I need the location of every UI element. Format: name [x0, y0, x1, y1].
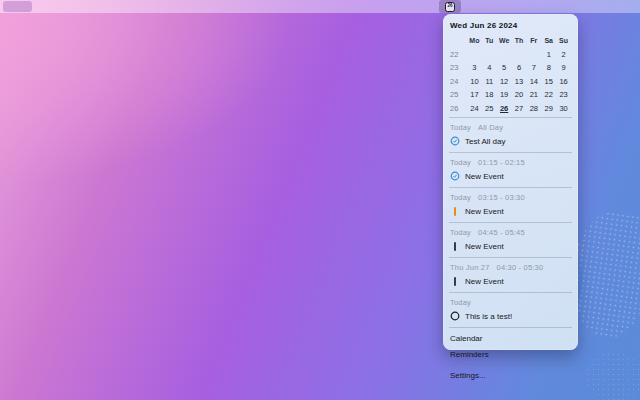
date-cell[interactable]: 15	[541, 75, 556, 89]
empty-date-cell	[482, 48, 497, 62]
date-cell[interactable]: 24	[467, 102, 482, 116]
event-title: This is a test!	[465, 312, 512, 321]
event-time-label: 03:15 - 03:30	[478, 193, 525, 202]
event-group[interactable]: Today01:15 - 02:15New Event	[443, 155, 578, 185]
event-date-label: Today	[450, 158, 471, 167]
date-cell[interactable]: 20	[512, 88, 527, 102]
event-group[interactable]: TodayAll DayTest All day	[443, 120, 578, 150]
date-cell[interactable]: 23	[556, 88, 571, 102]
divider	[449, 327, 572, 328]
date-cell[interactable]: 30	[556, 102, 571, 116]
event-group[interactable]: Today03:15 - 03:30New Event	[443, 190, 578, 220]
day-header-mo: Mo	[467, 34, 482, 48]
date-cell[interactable]: 4	[482, 61, 497, 75]
date-cell[interactable]: 16	[556, 75, 571, 89]
event-title: New Event	[465, 172, 504, 181]
events-list: TodayAll DayTest All dayToday01:15 - 02:…	[443, 120, 578, 325]
date-cell[interactable]: 26	[497, 102, 512, 116]
date-cell[interactable]: 29	[541, 102, 556, 116]
event-header: Thu Jun 2704:30 - 05:30	[450, 263, 571, 272]
event-row[interactable]: New Event	[450, 171, 571, 181]
menu-item-reminders[interactable]: Reminders	[443, 346, 578, 362]
date-cell[interactable]: 2	[556, 48, 571, 62]
empty-date-cell	[497, 48, 512, 62]
event-title: New Event	[465, 242, 504, 251]
date-cell[interactable]: 18	[482, 88, 497, 102]
calendar-color-bar-icon	[450, 241, 460, 251]
event-time-label: 01:15 - 02:15	[478, 158, 525, 167]
event-date-label: Thu Jun 27	[450, 263, 490, 272]
event-group[interactable]: Today04:45 - 05:45New Event	[443, 225, 578, 255]
event-date-label: Today	[450, 193, 471, 202]
date-cell[interactable]: 21	[526, 88, 541, 102]
menubar: 26	[0, 0, 640, 13]
event-header: Today03:15 - 03:30	[450, 193, 571, 202]
menu-item-calendar[interactable]: Calendar	[443, 330, 578, 346]
day-header-we: We	[497, 34, 512, 48]
event-group[interactable]: TodayThis is a test!	[443, 295, 578, 325]
event-row[interactable]: New Event	[450, 206, 571, 216]
day-header-su: Su	[556, 34, 571, 48]
reminder-circle-icon	[450, 311, 460, 321]
menubar-calendar-status-item[interactable]: 26	[439, 0, 461, 13]
divider	[449, 292, 572, 293]
day-header-fr: Fr	[526, 34, 541, 48]
date-cell[interactable]: 28	[526, 102, 541, 116]
date-cell[interactable]: 27	[512, 102, 527, 116]
event-row[interactable]: New Event	[450, 241, 571, 251]
week-number: 23	[450, 61, 467, 75]
date-cell[interactable]: 19	[497, 88, 512, 102]
date-cell[interactable]: 3	[467, 61, 482, 75]
event-group[interactable]: Thu Jun 2704:30 - 05:30New Event	[443, 260, 578, 290]
event-header: Today04:45 - 05:45	[450, 228, 571, 237]
divider	[449, 257, 572, 258]
date-cell[interactable]: 6	[512, 61, 527, 75]
day-header-th: Th	[512, 34, 527, 48]
event-date-label: Today	[450, 123, 471, 132]
event-date-label: Today	[450, 228, 471, 237]
date-cell[interactable]: 13	[512, 75, 527, 89]
week-number: 22	[450, 48, 467, 62]
dotted-map-decoration-small	[586, 352, 640, 400]
date-cell[interactable]: 10	[467, 75, 482, 89]
event-date-label: Today	[450, 298, 471, 307]
divider	[449, 222, 572, 223]
empty-date-cell	[526, 48, 541, 62]
day-header-sa: Sa	[541, 34, 556, 48]
date-cell[interactable]: 9	[556, 61, 571, 75]
event-row[interactable]: This is a test!	[450, 311, 571, 321]
event-check-icon	[450, 136, 460, 146]
date-cell[interactable]: 14	[526, 75, 541, 89]
event-title: New Event	[465, 277, 504, 286]
event-row[interactable]: New Event	[450, 276, 571, 286]
date-cell[interactable]: 7	[526, 61, 541, 75]
date-cell[interactable]: 5	[497, 61, 512, 75]
divider	[449, 187, 572, 188]
event-time-label: All Day	[478, 123, 503, 132]
event-header: TodayAll Day	[450, 123, 571, 132]
calendar-color-bar-icon	[450, 206, 460, 216]
popover-date-header: Wed Jun 26 2024	[443, 19, 578, 34]
day-header-tu: Tu	[482, 34, 497, 48]
empty-date-cell	[467, 48, 482, 62]
calendar-icon: 26	[445, 2, 455, 12]
event-title: New Event	[465, 207, 504, 216]
date-cell[interactable]: 22	[541, 88, 556, 102]
date-cell[interactable]: 1	[541, 48, 556, 62]
event-header: Today	[450, 298, 571, 307]
date-cell[interactable]: 11	[482, 75, 497, 89]
menu-item-settings[interactable]: Settings...	[443, 367, 578, 383]
menubar-left-highlight	[3, 1, 32, 12]
event-title: Test All day	[465, 137, 505, 146]
calendar-grid: MoTuWeThFrSaSu22122334567892410111213141…	[443, 34, 578, 115]
event-header: Today01:15 - 02:15	[450, 158, 571, 167]
week-number: 25	[450, 88, 467, 102]
event-row[interactable]: Test All day	[450, 136, 571, 146]
date-cell[interactable]: 12	[497, 75, 512, 89]
divider	[449, 152, 572, 153]
date-cell[interactable]: 25	[482, 102, 497, 116]
event-time-label: 04:30 - 05:30	[497, 263, 544, 272]
date-cell[interactable]: 8	[541, 61, 556, 75]
week-number: 26	[450, 102, 467, 116]
date-cell[interactable]: 17	[467, 88, 482, 102]
